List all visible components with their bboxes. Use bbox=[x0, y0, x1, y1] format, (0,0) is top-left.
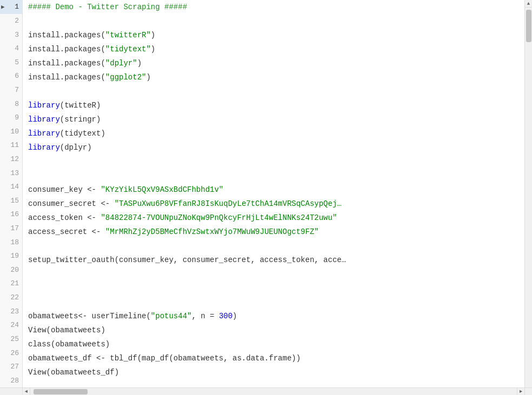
token-plain: access_secret <- bbox=[28, 227, 105, 236]
scrollbar-thumb[interactable] bbox=[526, 10, 531, 42]
code-line-5: install.packages("dplyr") bbox=[28, 56, 524, 70]
token-string: "tidytext" bbox=[105, 45, 151, 53]
bottom-row: ◄ ► bbox=[0, 387, 532, 395]
token-plain: setup_twitter_oauth(consumer_key, consum… bbox=[28, 256, 346, 264]
line-number-15: 15 bbox=[0, 194, 22, 208]
line-number-27: 27 bbox=[0, 360, 22, 374]
line-number-28: 28 bbox=[0, 373, 22, 387]
code-line-3: install.packages("twitterR") bbox=[28, 28, 524, 42]
token-plain: ) bbox=[151, 45, 155, 53]
line-number-16: 16 bbox=[0, 207, 22, 222]
code-line-12 bbox=[28, 155, 524, 169]
token-string: "MrMRhZj2yD5BMeCfhVzSwtxWYjo7MWuW9JUEUNO… bbox=[105, 227, 319, 236]
line-number-7: 7 bbox=[0, 83, 22, 97]
token-plain: ) bbox=[151, 31, 155, 39]
line-number-23: 23 bbox=[0, 304, 22, 318]
code-line-7 bbox=[28, 84, 524, 98]
token-plain: install.packages( bbox=[28, 59, 105, 68]
token-plain: ) bbox=[137, 59, 142, 68]
token-plain: View(obamatweets) bbox=[28, 326, 105, 334]
token-plain: (dplyr) bbox=[60, 143, 92, 152]
token-plain: consumer_key <- bbox=[28, 185, 101, 194]
code-line-9: library(stringr) bbox=[28, 112, 524, 126]
code-line-18 bbox=[28, 239, 524, 253]
token-string: "KYzYikL5QxV9ASxBdCFhbhd1v" bbox=[101, 185, 223, 194]
scrollbar-corner bbox=[524, 387, 532, 395]
line-number-26: 26 bbox=[0, 346, 22, 360]
horizontal-scrollbar[interactable]: ◄ ► bbox=[23, 387, 524, 395]
line-number-17: 17 bbox=[0, 222, 22, 236]
code-line-15: consumer_secret <- "TASPuXwu6P8VFfanRJ8I… bbox=[28, 197, 524, 211]
token-comment: ##### Demo - Twitter Scraping ##### bbox=[28, 3, 187, 11]
line-numbers-corner bbox=[0, 387, 23, 395]
line-number-21: 21 bbox=[0, 277, 22, 291]
line-numbers: ▶123456789101112131415161718192021222324… bbox=[0, 0, 23, 387]
code-content[interactable]: ##### Demo - Twitter Scraping ##### inst… bbox=[23, 0, 524, 387]
token-plain: install.packages( bbox=[28, 45, 105, 53]
code-line-21 bbox=[28, 281, 524, 295]
token-plain: ) bbox=[232, 312, 237, 320]
token-plain: (tidytext) bbox=[60, 129, 105, 138]
line-number-12: 12 bbox=[0, 152, 22, 166]
code-line-25: class(obamatweets) bbox=[28, 337, 524, 351]
token-string: "84822874-7VOUNpuZNoKqw9PnQkcyFrHjLt4wEl… bbox=[101, 213, 337, 222]
token-keyword: library bbox=[28, 101, 60, 110]
token-plain: (stringr) bbox=[60, 115, 101, 124]
token-plain: install.packages( bbox=[28, 31, 105, 39]
line-number-18: 18 bbox=[0, 235, 22, 249]
token-plain: View(obamatweets_df) bbox=[28, 368, 119, 377]
line-number-2: 2 bbox=[0, 14, 22, 28]
token-string: "dplyr" bbox=[105, 59, 137, 68]
code-line-26: obamatweets_df <- tbl_df(map_df(obamatwe… bbox=[28, 351, 524, 365]
token-string: "potus44" bbox=[151, 312, 192, 320]
vertical-scrollbar[interactable]: ▲ bbox=[524, 0, 532, 387]
code-line-28 bbox=[28, 379, 524, 387]
token-plain: class(obamatweets) bbox=[28, 340, 110, 349]
line-number-1: ▶1 bbox=[0, 0, 22, 14]
code-line-1: ##### Demo - Twitter Scraping ##### bbox=[28, 0, 524, 14]
code-line-19: setup_twitter_oauth(consumer_key, consum… bbox=[28, 253, 524, 267]
code-line-14: consumer_key <- "KYzYikL5QxV9ASxBdCFhbhd… bbox=[28, 183, 524, 197]
line-number-24: 24 bbox=[0, 318, 22, 332]
line-number-22: 22 bbox=[0, 291, 22, 305]
h-scrollbar-track[interactable] bbox=[30, 388, 517, 396]
token-string: "TASPuXwu6P8VFfanRJ8IsKuqDyLe7tChA14mVRS… bbox=[115, 199, 342, 208]
h-scrollbar-thumb[interactable] bbox=[34, 389, 88, 394]
code-line-27: View(obamatweets_df) bbox=[28, 365, 524, 379]
token-plain: install.packages( bbox=[28, 73, 105, 82]
code-line-10: library(tidytext) bbox=[28, 126, 524, 140]
token-plain: (twitteR) bbox=[60, 101, 101, 110]
code-line-8: library(twitteR) bbox=[28, 98, 524, 112]
code-line-4: install.packages("tidytext") bbox=[28, 42, 524, 56]
line-number-10: 10 bbox=[0, 124, 22, 138]
code-line-6: install.packages("ggplot2") bbox=[28, 70, 524, 84]
token-keyword: library bbox=[28, 115, 60, 124]
code-line-16: access_token <- "84822874-7VOUNpuZNoKqw9… bbox=[28, 211, 524, 225]
token-plain: obamatweets<- userTimeline( bbox=[28, 312, 151, 320]
line-number-3: 3 bbox=[0, 28, 22, 42]
code-line-17: access_secret <- "MrMRhZj2yD5BMeCfhVzSwt… bbox=[28, 225, 524, 239]
editor-container: ▶123456789101112131415161718192021222324… bbox=[0, 0, 532, 395]
token-number-val: 300 bbox=[219, 312, 232, 320]
token-keyword: library bbox=[28, 129, 60, 138]
line-number-19: 19 bbox=[0, 249, 22, 263]
token-plain: access_token <- bbox=[28, 213, 101, 222]
line-number-8: 8 bbox=[0, 97, 22, 111]
code-line-23: obamatweets<- userTimeline("potus44", n … bbox=[28, 309, 524, 323]
token-keyword: library bbox=[28, 143, 60, 152]
scrollbar-right-arrow[interactable]: ► bbox=[517, 388, 524, 396]
line-number-14: 14 bbox=[0, 180, 22, 194]
token-plain: ) bbox=[146, 73, 150, 82]
line-number-13: 13 bbox=[0, 166, 22, 180]
code-line-13 bbox=[28, 169, 524, 183]
token-plain: consumer_secret <- bbox=[28, 199, 115, 208]
scrollbar-left-arrow[interactable]: ◄ bbox=[23, 388, 30, 396]
code-line-22 bbox=[28, 295, 524, 309]
line-number-20: 20 bbox=[0, 263, 22, 277]
token-string: "twitterR" bbox=[105, 31, 151, 39]
scrollbar-up-arrow[interactable]: ▲ bbox=[525, 0, 533, 8]
token-string: "ggplot2" bbox=[105, 73, 147, 82]
line-number-4: 4 bbox=[0, 42, 22, 56]
line-number-6: 6 bbox=[0, 69, 22, 83]
code-area: ▶123456789101112131415161718192021222324… bbox=[0, 0, 532, 387]
